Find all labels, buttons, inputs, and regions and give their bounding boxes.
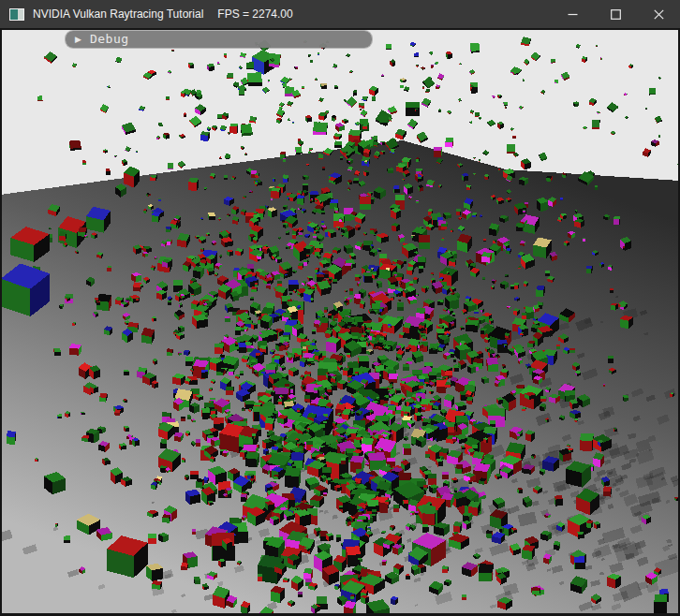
app-icon [9,8,24,21]
app-icon-left [10,9,18,20]
debug-header-label: Debug [90,33,129,46]
minimize-button[interactable] [551,0,594,28]
app-icon-right [18,9,23,20]
chevron-right-icon: ▶ [75,36,81,44]
window-controls [551,0,680,28]
render-viewport[interactable]: ▶ Debug [0,28,680,616]
title-bar[interactable]: NVIDIA Vulkan Raytracing Tutorial FPS = … [0,0,680,28]
fps-counter: FPS = 2274.00 [217,7,292,21]
maximize-icon [611,9,621,20]
app-window: NVIDIA Vulkan Raytracing Tutorial FPS = … [0,0,680,616]
minimize-icon [568,9,578,20]
maximize-button[interactable] [594,0,637,28]
window-title: NVIDIA Vulkan Raytracing Tutorial [33,7,203,21]
raytraced-scene [2,30,678,613]
debug-header[interactable]: ▶ Debug [66,31,372,48]
close-icon [654,9,664,20]
close-button[interactable] [637,0,680,28]
